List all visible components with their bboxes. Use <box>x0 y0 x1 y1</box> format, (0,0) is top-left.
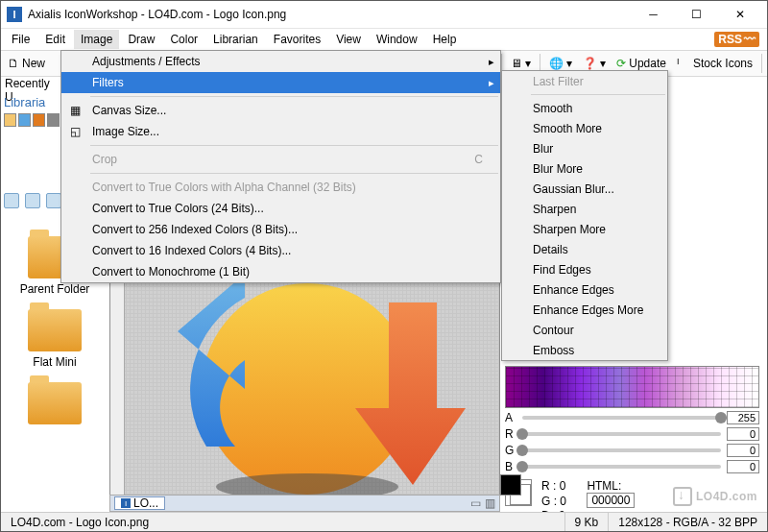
filter-gaussian[interactable]: Gaussian Blur... <box>502 179 667 199</box>
lib-icon-2[interactable] <box>18 113 31 127</box>
menu-color[interactable]: Color <box>163 30 204 49</box>
image-size-icon: ◱ <box>61 121 88 142</box>
filter-sharpen[interactable]: Sharpen <box>502 199 667 219</box>
status-dims: 128x128 - RGB/A - 32 BPP <box>608 513 767 531</box>
stock-icons-button[interactable]: IStock Icons <box>673 55 756 72</box>
maximize-button[interactable]: ☐ <box>675 1 718 29</box>
slider-value[interactable]: 0 <box>727 427 759 441</box>
folder-icon <box>28 382 82 424</box>
slider-knob[interactable] <box>715 412 727 423</box>
logo-image <box>149 264 466 504</box>
status-bar: LO4D.com - Logo Icon.png 9 Kb 128x128 - … <box>1 512 767 531</box>
filter-enhance-edges-more[interactable]: Enhance Edges More <box>502 300 667 320</box>
menu-image[interactable]: Image <box>74 30 119 49</box>
slider-value[interactable]: 0 <box>727 444 759 457</box>
filter-smooth-more[interactable]: Smooth More <box>502 118 667 138</box>
parent-folder-label: Parent Folder <box>7 282 103 296</box>
filter-contour[interactable]: Contour <box>502 320 667 340</box>
slider-knob[interactable] <box>516 461 528 472</box>
filter-enhance-edges[interactable]: Enhance Edges <box>502 279 667 300</box>
canvas-icon: ▦ <box>61 100 88 121</box>
menu-file[interactable]: File <box>5 30 36 49</box>
slider-r[interactable]: R0 <box>505 427 759 441</box>
menu-item-conv-32: Convert to True Colors with Alpha Channe… <box>61 177 500 198</box>
help-icon: ❓ <box>583 57 597 70</box>
tool-2[interactable] <box>25 193 40 208</box>
filter-details[interactable]: Details <box>502 239 667 259</box>
color-panel: A255R0G0B0 R : 0 G : 0 B : 0 A : 255 HTM… <box>505 366 759 532</box>
filter-blur[interactable]: Blur <box>502 138 667 158</box>
slider-g[interactable]: G0 <box>505 444 759 457</box>
tab-tile-icon[interactable]: ▥ <box>485 496 495 510</box>
new-label: New <box>22 57 45 70</box>
menu-item-adjustments[interactable]: Adjustments / Effects <box>61 51 500 72</box>
folder-icon <box>28 309 82 351</box>
color-preview[interactable] <box>505 479 532 506</box>
app-icon: I <box>7 7 22 22</box>
slider-knob[interactable] <box>516 445 528 456</box>
close-button[interactable]: ✕ <box>718 1 761 29</box>
menu-window[interactable]: Window <box>370 30 424 49</box>
filter-smooth[interactable]: Smooth <box>502 98 667 118</box>
slider-label: B <box>505 460 516 473</box>
html-color-value[interactable]: 000000 <box>587 493 635 508</box>
filter-sharpen-more[interactable]: Sharpen More <box>502 219 667 239</box>
tab-cascade-icon[interactable]: ▭ <box>470 496 481 510</box>
stock-icon: I <box>677 57 690 70</box>
monitor-icon: 🖥 <box>511 57 522 70</box>
slider-value[interactable]: 255 <box>727 411 759 424</box>
globe-icon: 🌐 <box>549 57 564 70</box>
menu-item-conv-4[interactable]: Convert to 16 Indexed Colors (4 Bits)... <box>61 240 500 261</box>
slider-label: G <box>505 444 516 457</box>
status-file: LO4D.com - Logo Icon.png <box>1 513 564 531</box>
ribbon-item[interactable] <box>7 382 103 424</box>
slider-a[interactable]: A255 <box>505 411 759 424</box>
lib-icon-3[interactable] <box>33 113 45 127</box>
slider-track[interactable] <box>522 432 721 436</box>
menu-item-image-size[interactable]: ◱Image Size... <box>61 121 500 142</box>
document-tab[interactable]: ILO... <box>114 496 165 510</box>
slider-track[interactable] <box>522 448 721 452</box>
menu-edit[interactable]: Edit <box>38 30 72 49</box>
slider-value[interactable]: 0 <box>727 460 759 473</box>
flat-mini-label: Flat Mini <box>7 355 103 369</box>
menu-item-filters[interactable]: Filters <box>61 72 500 93</box>
menu-librarian[interactable]: Librarian <box>206 30 265 49</box>
slider-track[interactable] <box>522 416 721 420</box>
rss-badge[interactable]: RSS〰 <box>714 32 759 47</box>
lib-icon-1[interactable] <box>4 113 16 127</box>
menu-favorites[interactable]: Favorites <box>267 30 327 49</box>
app-icon: I <box>121 498 131 508</box>
new-icon: 🗋 <box>8 57 19 70</box>
menu-item-crop: CropC <box>61 149 500 170</box>
slider-track[interactable] <box>522 465 721 469</box>
slider-label: A <box>505 411 516 424</box>
download-icon <box>673 487 692 506</box>
menu-view[interactable]: View <box>329 30 368 49</box>
menu-item-conv-8[interactable]: Convert to 256 Indexed Colors (8 Bits)..… <box>61 219 500 240</box>
menu-item-conv-24[interactable]: Convert to True Colors (24 Bits)... <box>61 198 500 219</box>
filter-emboss[interactable]: Emboss <box>502 340 667 360</box>
librarian-title: Libraria <box>4 93 60 111</box>
filter-blur-more[interactable]: Blur More <box>502 158 667 179</box>
slider-knob[interactable] <box>516 428 528 440</box>
minimize-button[interactable]: ─ <box>632 1 675 29</box>
filter-find-edges[interactable]: Find Edges <box>502 259 667 279</box>
menu-help[interactable]: Help <box>426 30 464 49</box>
flat-mini-item[interactable]: Flat Mini <box>7 309 103 369</box>
librarian-panel: Libraria <box>4 93 60 129</box>
lib-icon-4[interactable] <box>47 113 60 127</box>
new-button[interactable]: 🗋 New <box>4 55 49 72</box>
svg-point-0 <box>202 283 413 495</box>
status-size: 9 Kb <box>564 513 609 531</box>
color-swatches[interactable] <box>505 366 759 408</box>
menu-item-conv-1[interactable]: Convert to Monochrome (1 Bit) <box>61 261 500 282</box>
update-icon: ⟳ <box>616 57 626 70</box>
menu-item-canvas-size[interactable]: ▦Canvas Size... <box>61 100 500 121</box>
tool-3[interactable] <box>46 193 61 208</box>
menu-draw[interactable]: Draw <box>121 30 161 49</box>
filter-last: Last Filter <box>502 71 667 91</box>
tool-1[interactable] <box>4 193 19 208</box>
menu-bar: File Edit Image Draw Color Librarian Fav… <box>1 29 767 50</box>
slider-b[interactable]: B0 <box>505 460 759 473</box>
